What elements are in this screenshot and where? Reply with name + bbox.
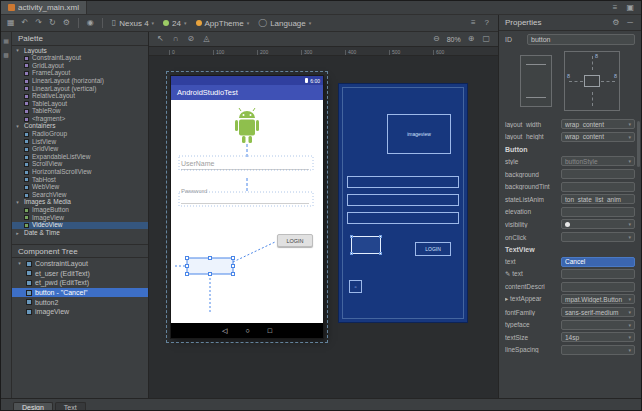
settings-icon[interactable]: ⚙ (610, 19, 621, 27)
list-icon[interactable]: ≡ (469, 19, 478, 27)
tree-item-et-user-edittext[interactable]: et_user (EditText) (12, 269, 148, 279)
zoom-out-icon[interactable]: ⊖ (431, 35, 442, 43)
blueprint-imageview[interactable]: imageview (387, 114, 451, 154)
prop-dropdown-layout-width[interactable]: wrap_content▾ (561, 119, 635, 129)
prop-dropdown-typeface[interactable]: ▾ (561, 320, 635, 330)
cursor-icon[interactable]: ↖ (155, 35, 166, 43)
blueprint-preview[interactable]: imageview L (339, 84, 467, 322)
chevron-down-icon: ▾ (184, 20, 187, 26)
prop-value: wrap_content (565, 121, 628, 128)
project-stripe-icon[interactable]: ▦ (3, 37, 9, 44)
ruler-tick: 100 (213, 50, 257, 55)
api-selector[interactable]: 24 ▾ (160, 19, 189, 28)
window-icon[interactable]: ▣ (624, 4, 636, 12)
tree-item-imageview[interactable]: imageView (12, 307, 148, 317)
palette-item-linearlayout-horizontal[interactable]: LinearLayout (horizontal) (12, 77, 148, 85)
main-toolbar: ▦↶↷↻⚙ ◉ ▯ Nexus 4 ▾ 24 ▾ AppTheme ▾ (1, 15, 498, 32)
blueprint-username-row[interactable] (347, 176, 459, 188)
blueprint-small-imageview[interactable]: ▫ (349, 280, 362, 293)
tree-item-constraintlayout[interactable]: ▾ConstraintLayout (12, 259, 148, 269)
login-button[interactable]: LOGIN (277, 234, 313, 247)
palette-item-radiogroup[interactable]: RadioGroup (12, 131, 148, 139)
id-input[interactable]: button (527, 34, 635, 45)
margin-editor[interactable]: 8 8 8 (564, 51, 620, 111)
layout-body[interactable]: UserName Password LOGIN (171, 100, 323, 323)
theme-selector[interactable]: AppTheme ▾ (193, 19, 253, 28)
image-icon: ▫ (354, 284, 356, 290)
properties-title: Properties (505, 18, 541, 27)
prop-dropdown-linespacingextra[interactable]: ▾ (561, 345, 635, 355)
prop-dropdown-visibility[interactable]: ▾ (561, 219, 635, 229)
clear-constraints-icon[interactable]: ⊘ (185, 35, 196, 43)
grid-icon[interactable]: ▦ (5, 19, 17, 27)
blueprint-selected-button[interactable] (351, 236, 381, 254)
design-tab[interactable]: Design (13, 402, 53, 411)
zoom-fit-icon[interactable]: ▢ (480, 35, 492, 43)
ruler-tick: 0 (169, 50, 213, 55)
preview-icon[interactable]: ◉ (85, 19, 96, 27)
back-icon[interactable]: ◁ (222, 327, 227, 335)
tree-item-button-cancel[interactable]: button - "Cancel" (12, 288, 148, 298)
palette-item-label: RadioGroup (32, 131, 67, 138)
structure-stripe-icon[interactable]: ▩ (3, 51, 9, 58)
design-preview[interactable]: 6:00 AndroidStudioTest (171, 76, 323, 338)
settings-icon[interactable]: ⚙ (61, 19, 72, 27)
margin-left-value[interactable]: 8 (567, 73, 570, 79)
prop-dropdown-fontfamily[interactable]: sans-serif-medium▾ (561, 307, 635, 317)
home-icon[interactable]: ○ (245, 327, 249, 334)
prop-input-text-alt[interactable] (561, 269, 635, 279)
palette-item-imagebutton[interactable]: ImageButton (12, 206, 148, 214)
language-selector[interactable]: ◯ Language ▾ (255, 19, 314, 28)
prop-input-backgroundtint[interactable] (561, 182, 635, 192)
margin-top-value[interactable]: 8 (595, 53, 598, 59)
prop-dropdown-textappearance[interactable]: mpat.Widget.Button▾ (561, 294, 635, 304)
chevron-down-icon: ▾ (628, 134, 631, 140)
chevron-down-icon: ▾ (628, 296, 631, 302)
app-bar[interactable]: AndroidStudioTest (171, 85, 323, 100)
prop-dropdown-layout-height[interactable]: wrap_content▾ (561, 132, 635, 142)
infer-constraints-icon[interactable]: ◬ (201, 35, 211, 43)
palette-item-label: LinearLayout (horizontal) (32, 78, 104, 85)
tree-item-label: button2 (35, 299, 58, 306)
prop-input-text[interactable]: Cancel (561, 257, 635, 267)
blueprint-login-button[interactable]: LOGIN (415, 242, 451, 256)
properties-scrollbar[interactable] (637, 121, 640, 167)
prop-input-background[interactable] (561, 169, 635, 179)
username-field[interactable]: UserName (181, 160, 309, 170)
editor-tab-activity-main[interactable]: activity_main.xml (1, 1, 87, 14)
tree-item-et-pwd-edittext[interactable]: et_pwd (EditText) (12, 278, 148, 288)
palette-item-label: GridView (32, 146, 58, 153)
tree-item-button2[interactable]: button2 (12, 297, 148, 307)
margin-right-value[interactable]: 8 (614, 73, 617, 79)
menu-icon[interactable]: ≡ (611, 4, 620, 12)
minimize-icon[interactable]: ─ (625, 19, 635, 27)
widget-icon (26, 290, 32, 296)
prop-label-visibility: visibility (505, 221, 557, 228)
text-tab[interactable]: Text (55, 402, 86, 411)
prop-input-statelistanim[interactable]: ton_state_list_anim (561, 194, 635, 204)
nav-bar: ◁ ○ □ (171, 323, 323, 338)
palette-section-date-time[interactable]: ▸Date & Time (12, 229, 148, 237)
prop-input-contentdescription[interactable] (561, 282, 635, 292)
recents-icon[interactable]: □ (268, 327, 272, 334)
widget-icon (24, 208, 29, 213)
prop-dropdown-textsize[interactable]: 14sp▾ (561, 332, 635, 342)
device-selector[interactable]: ▯ Nexus 4 ▾ (109, 19, 157, 28)
prop-dropdown-onclick[interactable]: ▾ (561, 232, 635, 242)
password-field[interactable] (181, 196, 309, 204)
widget-icon (26, 270, 32, 276)
prop-dropdown-style[interactable]: buttonStyle▾ (561, 156, 635, 166)
blueprint-password-row[interactable] (347, 194, 459, 206)
refresh-icon[interactable]: ↻ (47, 19, 58, 27)
magnet-icon[interactable]: ∩ (171, 35, 181, 43)
palette-item-horizontalscrollview[interactable]: HorizontalScrollView (12, 169, 148, 177)
canvas[interactable]: 6:00 AndroidStudioTest (149, 56, 498, 398)
help-icon[interactable]: ? (483, 19, 491, 27)
undo-icon[interactable]: ↶ (20, 19, 31, 27)
prop-input-elevation[interactable] (561, 207, 635, 217)
zoom-in-icon[interactable]: ⊕ (466, 35, 477, 43)
android-robot-image[interactable] (226, 106, 268, 152)
constraint-widget[interactable]: 8 8 8 (499, 46, 641, 116)
redo-icon[interactable]: ↷ (33, 19, 44, 27)
blueprint-row[interactable] (347, 212, 459, 224)
